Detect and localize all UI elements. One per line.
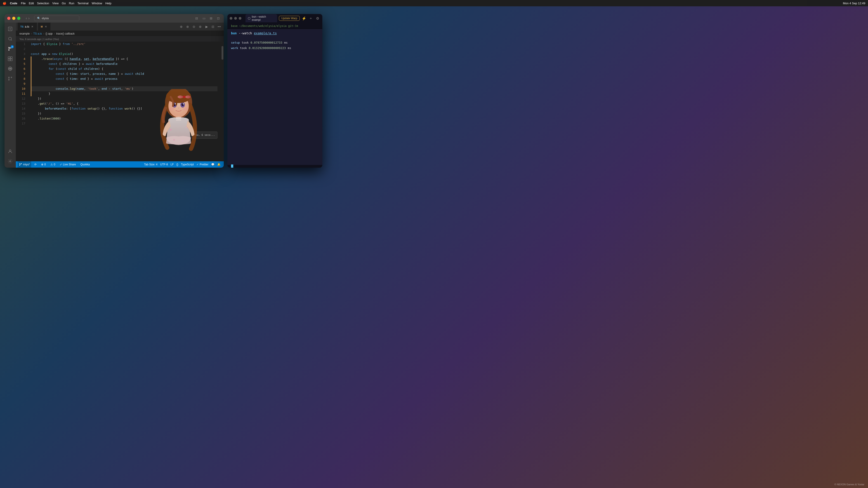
scrollbar[interactable] (221, 41, 224, 161)
svg-point-2 (8, 47, 9, 48)
menu-help[interactable]: Help (105, 2, 112, 5)
code-content[interactable]: import { Elysia } from '../src' const ap… (27, 41, 221, 161)
svg-point-10 (8, 79, 9, 80)
activity-bottom (6, 147, 15, 168)
code-line-10: console.log(name, 'took', end - start, '… (31, 86, 217, 91)
svg-point-33 (20, 165, 20, 165)
hover-tooltip: You, 6 seco... (191, 131, 217, 139)
breadcrumb-trace[interactable]: trace() callback (56, 32, 74, 35)
forward-arrow-icon[interactable]: › (28, 16, 29, 20)
scrollbar-thumb[interactable] (221, 46, 223, 60)
breadcrumb-file[interactable]: TS a.ts (33, 32, 42, 35)
menu-file[interactable]: File (21, 2, 26, 5)
collapse-all-icon[interactable]: ⊖ (191, 24, 197, 29)
tab-close-icon[interactable]: ✕ (31, 25, 34, 29)
menu-view[interactable]: View (52, 2, 59, 5)
menubar: 🍎 Code File Edit Selection View Go Run T… (0, 0, 434, 6)
breadcrumb-app[interactable]: {} app (45, 32, 53, 35)
app-name[interactable]: Code (10, 2, 18, 5)
close-button[interactable] (7, 17, 10, 20)
tab-m-close-icon[interactable]: ✕ (44, 25, 48, 29)
code-line-6: for (const child of children) { (31, 66, 217, 71)
apple-menu[interactable]: 🍎 (3, 2, 6, 5)
language-label: TypeScript (181, 163, 194, 166)
status-notifications[interactable]: 🔔 (216, 163, 222, 166)
extensions-icon[interactable] (6, 54, 15, 63)
work-value: 0.0132920000000009223 (249, 46, 286, 50)
customize-layout-icon[interactable]: ⊡ (216, 15, 221, 21)
maximize-button[interactable] (17, 17, 20, 20)
menu-window[interactable]: Window (92, 2, 102, 5)
file-arg: example/a.ts (254, 31, 277, 35)
split-editor-icon[interactable]: ⊟ (194, 15, 199, 21)
status-branch[interactable]: miyu* (18, 161, 31, 168)
git-icon[interactable] (6, 74, 15, 83)
toggle-breakpoint-icon[interactable]: ⊕ (179, 24, 184, 29)
editor-layout-icon[interactable]: ▭ (201, 15, 207, 21)
update-warp-button[interactable]: Update Warp (279, 16, 300, 21)
warp-tab[interactable]: ⬡ bun --watch exampl (246, 14, 277, 22)
expand-all-icon[interactable]: ⊕ (197, 24, 203, 29)
line-num-3: 3 (20, 52, 25, 57)
status-feedback[interactable]: 💬 (210, 163, 216, 166)
warp-tab-area: ⬡ bun --watch exampl (246, 14, 277, 22)
status-live-share[interactable]: ⤢ Live Share (58, 161, 77, 168)
menu-go[interactable]: Go (62, 2, 66, 5)
status-warnings[interactable]: ⚠ 0 (49, 161, 57, 168)
svg-point-11 (11, 77, 12, 78)
menu-edit[interactable]: Edit (29, 2, 34, 5)
split-editor-right-icon[interactable]: ⊟ (210, 24, 216, 29)
status-formatter[interactable]: ✓ Prettier (195, 163, 210, 166)
breadcrumb-example[interactable]: example (20, 32, 30, 35)
warp-close[interactable] (230, 17, 232, 20)
status-language[interactable]: TypeScript (180, 163, 195, 166)
status-errors[interactable]: ⊗ 0 (40, 161, 47, 168)
split-horizontal-icon[interactable]: ⊞ (209, 15, 214, 21)
error-icon: ⊗ (41, 163, 43, 166)
menu-run[interactable]: Run (69, 2, 74, 5)
line-num-16: 16 (20, 116, 25, 121)
warp-command: bun --watch example/a.ts (227, 30, 322, 37)
search-icon[interactable] (6, 34, 15, 43)
status-tab-size[interactable]: Tab Size: 4 (143, 163, 159, 166)
tab-ts-badge: TS (20, 25, 24, 28)
warp-maximize[interactable] (239, 17, 241, 20)
code-editor[interactable]: 1 2 3 4 5 6 7 8 9 10 11 12 13 14 (16, 41, 224, 161)
tab-size-label: Tab Size: 4 (144, 163, 157, 166)
search-text: elysia (42, 17, 49, 20)
status-encoding[interactable]: UTF-8 (159, 163, 169, 166)
settings-icon[interactable] (6, 157, 15, 166)
show-references-icon[interactable]: ⊗ (185, 24, 190, 29)
tab-m[interactable]: M ✕ (38, 23, 51, 31)
line-num-5: 5 (20, 61, 25, 66)
more-actions-icon[interactable]: ••• (217, 24, 222, 29)
breadcrumb: example › TS a.ts › {} app › trace() cal… (16, 31, 224, 37)
tab-a-ts[interactable]: TS a.ts ✕ (18, 23, 37, 31)
warp-add-tab-icon[interactable]: ＋ (308, 16, 313, 21)
svg-point-4 (8, 50, 9, 51)
status-brackets[interactable]: {} (175, 163, 180, 166)
status-line-ending[interactable]: LF (169, 163, 175, 166)
status-sync[interactable]: ⟳ (33, 161, 38, 168)
warning-icon: ⚠ (51, 163, 53, 166)
warp-minimize[interactable] (234, 17, 237, 20)
menu-selection[interactable]: Selection (37, 2, 49, 5)
branch-name: miyu* (23, 163, 30, 166)
menu-terminal[interactable]: Terminal (78, 2, 89, 5)
explorer-icon[interactable] (6, 24, 15, 33)
remote-explorer-icon[interactable] (6, 64, 15, 73)
account-icon[interactable] (6, 147, 15, 156)
code-line-4: .trace(async ({ handle, set, beforeHandl… (31, 57, 217, 61)
warp-lightning-icon[interactable]: ⚡ (302, 16, 307, 21)
source-control-icon[interactable] (6, 44, 15, 53)
run-code-icon[interactable]: ▶ (204, 24, 209, 29)
setup-unit: ms (284, 41, 288, 44)
search-bar[interactable]: 🔍 elysia (34, 15, 79, 21)
back-arrow-icon[interactable]: ‹ (26, 16, 27, 20)
minimize-button[interactable] (12, 17, 16, 20)
line-ending-label: LF (170, 163, 174, 166)
status-quokka[interactable]: Quokka (79, 161, 91, 168)
warp-output-line-2: work took 0.0132920000000009223 ms (231, 46, 319, 51)
code-line-1: import { Elysia } from '../src' (31, 41, 217, 46)
warp-settings-icon[interactable]: ⚙ (315, 16, 320, 21)
